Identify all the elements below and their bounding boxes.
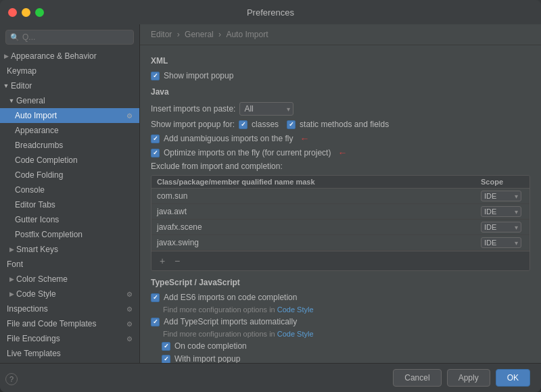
arrow-indicator-2: ← (337, 147, 347, 158)
help-button[interactable]: ? (5, 373, 18, 385)
sidebar-item-breadcrumbs[interactable]: Breadcrumbs (0, 138, 139, 153)
typescript-section: TypeScript / JavaScript ✓ Add ES6 import… (151, 278, 530, 363)
settings-icon: ⚙ (124, 319, 134, 328)
window-title: Preferences (247, 7, 294, 18)
sidebar-item-code-completion[interactable]: Code Completion (0, 153, 139, 168)
scope-select[interactable]: IDE Project (481, 206, 521, 217)
scope-select-wrapper: IDE Project (481, 191, 521, 201)
scope-select[interactable]: IDE Project (481, 237, 521, 248)
col-name-header: Class/package/member qualified name mask (151, 176, 475, 188)
insert-imports-row: Insert imports on paste: All Ask None (151, 102, 530, 116)
xml-section: XML ✓ Show import popup (151, 56, 530, 80)
sidebar-item-appearance-behavior[interactable]: ▶ Appearance & Behavior (0, 49, 139, 64)
sidebar-item-smart-keys[interactable]: ▶ Smart Keys (0, 242, 139, 257)
sidebar-item-color-scheme[interactable]: ▶ Color Scheme (0, 272, 139, 287)
settings-icon: ⚙ (124, 289, 134, 299)
minimize-button[interactable] (22, 8, 30, 17)
scope-select[interactable]: IDE Project (481, 191, 521, 201)
sidebar-item-postfix-completion[interactable]: Postfix Completion (0, 227, 139, 242)
sidebar-item-gutter-icons[interactable]: Gutter Icons (0, 212, 139, 227)
sidebar-item-console[interactable]: Console (0, 182, 139, 197)
table-row[interactable]: javax.swing IDE Project (151, 235, 530, 251)
sidebar-item-label: Appearance & Behavior (11, 51, 134, 61)
apply-button[interactable]: Apply (447, 369, 490, 387)
static-methods-checkbox[interactable]: ✓ (287, 120, 296, 129)
sidebar-item-code-folding[interactable]: Code Folding (0, 168, 139, 182)
with-import-popup-checkbox[interactable]: ✓ (162, 355, 170, 364)
scope-select[interactable]: IDE Project (481, 222, 521, 232)
sidebar-item-label: Keymap (7, 66, 134, 76)
sidebar-item-keymap[interactable]: Keymap (0, 64, 139, 78)
sidebar-item-code-style[interactable]: ▶ Code Style ⚙ (0, 287, 139, 301)
row-name: javafx.scene (151, 220, 475, 234)
close-button[interactable] (8, 8, 17, 17)
exclude-section: Exclude from import and completion: Clas… (151, 162, 530, 271)
row-name: javax.swing (151, 236, 475, 249)
table-row[interactable]: javafx.scene IDE Project (151, 220, 530, 235)
sidebar-item-label: Breadcrumbs (15, 141, 134, 150)
java-section: Java Insert imports on paste: All Ask No… (151, 87, 530, 271)
table-row[interactable]: java.awt IDE Project (151, 204, 530, 220)
sidebar-item-auto-import[interactable]: Auto Import ⚙ (0, 108, 139, 123)
row-name: com.sun (151, 189, 475, 203)
optimize-imports-row: ✓ Optimize imports on the fly (for curre… (151, 147, 530, 158)
scope-select-wrapper: IDE Project (481, 206, 521, 217)
breadcrumb: Editor › General › Auto Import (140, 24, 541, 45)
cancel-button[interactable]: Cancel (393, 369, 441, 387)
search-box[interactable]: 🔍 (5, 30, 134, 45)
optimize-imports-label: Optimize imports on the fly (for current… (164, 148, 331, 157)
sidebar-item-file-encodings[interactable]: File Encodings ⚙ (0, 331, 139, 346)
sidebar-item-label: General (16, 96, 134, 105)
show-import-popup-checkbox[interactable]: ✓ (151, 72, 160, 80)
sidebar-item-label: Postfix Completion (15, 230, 134, 239)
settings-icon: ⚙ (124, 111, 134, 120)
optimize-imports-checkbox[interactable]: ✓ (151, 149, 160, 157)
sidebar: 🔍 ▶ Appearance & Behavior Keymap ▼ Edito… (0, 24, 140, 363)
remove-row-button[interactable]: − (170, 254, 184, 268)
breadcrumb-separator: › (177, 30, 182, 39)
sidebar-item-label: Editor Tabs (15, 200, 134, 210)
sidebar-item-label: Appearance (15, 126, 134, 135)
typescript-sub-options: ✓ On code completion ✓ With import popup (162, 341, 530, 363)
sidebar-item-label: Code Completion (15, 155, 134, 165)
preferences-window: Preferences 🔍 ▶ Appearance & Behavior Ke… (0, 0, 541, 392)
insert-imports-select[interactable]: All Ask None (239, 102, 293, 116)
window-controls (8, 8, 44, 17)
add-typescript-checkbox[interactable]: ✓ (151, 318, 160, 326)
settings-icon: ⚙ (124, 334, 134, 343)
code-style-link-2[interactable]: Code Style (277, 330, 314, 338)
sidebar-item-appearance[interactable]: Appearance (0, 123, 139, 138)
exclude-table: Class/package/member qualified name mask… (151, 175, 530, 271)
sidebar-item-label: Color Scheme (16, 274, 134, 284)
sidebar-item-label: File Encodings (7, 334, 123, 343)
classes-checkbox[interactable]: ✓ (239, 120, 248, 129)
sidebar-item-live-templates[interactable]: Live Templates (0, 346, 139, 361)
sidebar-item-editor-tabs[interactable]: Editor Tabs (0, 197, 139, 212)
sidebar-item-editor[interactable]: ▼ Editor (0, 78, 139, 93)
right-panel: Editor › General › Auto Import XML ✓ (140, 24, 541, 363)
scope-select-wrapper: IDE Project (481, 237, 521, 248)
code-style-link-1[interactable]: Code Style (277, 305, 314, 314)
scope-select-wrapper: IDE Project (481, 222, 521, 232)
add-es6-checkbox[interactable]: ✓ (151, 293, 160, 302)
add-row-button[interactable]: + (156, 254, 169, 268)
table-row[interactable]: com.sun IDE Project (151, 189, 530, 204)
show-popup-label: Show import popup for: (151, 120, 235, 129)
insert-imports-label: Insert imports on paste: (151, 104, 235, 114)
sidebar-item-font[interactable]: Font (0, 257, 139, 272)
row-name: java.awt (151, 205, 475, 218)
ok-button[interactable]: OK (496, 369, 530, 387)
sidebar-item-inspections[interactable]: Inspections ⚙ (0, 301, 139, 316)
add-unambiguous-checkbox[interactable]: ✓ (151, 134, 160, 143)
search-input[interactable] (22, 32, 129, 42)
sidebar-item-general[interactable]: ▼ General (0, 93, 139, 108)
breadcrumb-part-editor: Editor (151, 30, 172, 39)
sidebar-item-file-code-templates[interactable]: File and Code Templates ⚙ (0, 316, 139, 331)
add-unambiguous-row: ✓ Add unambiguous imports on the fly ← (151, 133, 530, 144)
show-import-popup-row: ✓ Show import popup (151, 71, 530, 80)
sidebar-item-label: Gutter Icons (15, 215, 134, 224)
settings-icon: ⚙ (124, 304, 134, 314)
on-code-completion-checkbox[interactable]: ✓ (162, 342, 170, 351)
col-scope-header: Scope (475, 176, 530, 188)
maximize-button[interactable] (35, 8, 44, 17)
